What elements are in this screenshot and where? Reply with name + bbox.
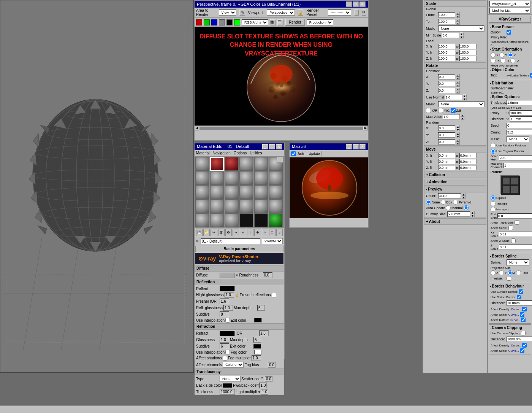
- material-name-input[interactable]: [201, 238, 260, 244]
- mat-slot-14[interactable]: [210, 185, 224, 199]
- channel-select[interactable]: RGB Alpha: [242, 19, 268, 25]
- mat-slot-8[interactable]: [210, 171, 224, 185]
- pc-down[interactable]: ▼: [462, 196, 466, 199]
- proxy-v-input[interactable]: [510, 116, 532, 122]
- mat-slot-28[interactable]: [239, 213, 253, 227]
- mat-slot-19[interactable]: [195, 199, 209, 213]
- scatter-input[interactable]: [265, 376, 272, 382]
- orient-z-radio[interactable]: [508, 52, 513, 57]
- orient-x-radio[interactable]: [491, 52, 496, 57]
- me-tool-2[interactable]: 📁: [203, 229, 210, 236]
- orient-neg-y-radio[interactable]: [500, 58, 505, 63]
- seed-input[interactable]: [507, 123, 532, 128]
- un-up[interactable]: ▲: [463, 94, 467, 97]
- xr-check[interactable]: [426, 108, 431, 113]
- affect-density-check[interactable]: [522, 307, 527, 311]
- ry-up[interactable]: ▲: [456, 81, 460, 84]
- mat-slot-16[interactable]: [239, 185, 253, 199]
- to-up[interactable]: ▲: [456, 19, 460, 22]
- count-input[interactable]: [507, 130, 532, 135]
- ry-down[interactable]: ▼: [456, 84, 460, 87]
- use-spline-border-check[interactable]: [517, 295, 521, 299]
- thickness-field-input[interactable]: [507, 100, 532, 105]
- rnx-up[interactable]: ▲: [456, 125, 460, 128]
- about-title[interactable]: +About: [424, 219, 486, 225]
- map-minimize-btn[interactable]: _: [346, 144, 352, 149]
- roughness-input[interactable]: [263, 272, 272, 278]
- mat-slot-24[interactable]: [269, 199, 283, 213]
- hlight-lock[interactable]: 🔒: [235, 293, 239, 297]
- render-btn[interactable]: Render: [285, 19, 305, 26]
- dummy-size-input[interactable]: [447, 211, 470, 217]
- preview-count-input[interactable]: [438, 193, 461, 199]
- orient-y-radio[interactable]: [499, 52, 504, 57]
- me-tool-5[interactable]: ⚙: [225, 229, 232, 236]
- reflect-color[interactable]: [220, 286, 235, 291]
- vrscatter-name-select[interactable]: vRayScatter_01: [489, 1, 530, 7]
- affect-rotate-curve[interactable]: Curve...: [510, 318, 520, 322]
- from-down[interactable]: ▼: [456, 15, 460, 18]
- mat-slot-10[interactable]: [239, 171, 253, 185]
- ds-up[interactable]: ▲: [471, 211, 475, 214]
- cam-affect-density-curve[interactable]: Curve...: [511, 344, 521, 347]
- mat-slot-13[interactable]: [195, 185, 209, 199]
- proj-y-radio[interactable]: [499, 270, 504, 275]
- area-tools[interactable]: ⊞: [239, 10, 245, 16]
- vrscatter-main-btn[interactable]: VRayScatter: [489, 16, 531, 23]
- obj-color-title[interactable]: -Object Color: [490, 68, 530, 72]
- material-type-select[interactable]: VRayMtl: [262, 238, 283, 244]
- affect-channels-select[interactable]: Color only: [223, 362, 244, 368]
- fresnel-ior-input[interactable]: [220, 299, 229, 304]
- use-interp-check[interactable]: [225, 318, 230, 322]
- production-select[interactable]: Production: [307, 19, 333, 25]
- xf-to-input[interactable]: [459, 44, 477, 49]
- mat-slot-15[interactable]: [225, 185, 239, 199]
- rot-z-input[interactable]: [438, 88, 455, 93]
- on-off-check[interactable]: [507, 30, 511, 35]
- base-param-title[interactable]: -Base Param: [490, 25, 530, 29]
- viewport-select[interactable]: Perspective: [267, 10, 295, 16]
- xy-scale-input[interactable]: [499, 232, 532, 237]
- mat-slot-6[interactable]: [269, 157, 283, 171]
- use-regular-radio[interactable]: [491, 149, 496, 154]
- mask-sc-select[interactable]: None: [438, 25, 484, 32]
- map-auto-check[interactable]: [291, 151, 296, 156]
- me-menu-navigation[interactable]: Navigation: [213, 151, 231, 155]
- preview-title[interactable]: -Preview: [424, 186, 486, 192]
- scroll-right[interactable]: ▶: [363, 126, 368, 130]
- mat-slot-3[interactable]: [225, 157, 239, 171]
- camera-clipping-title[interactable]: -Camera Clipping: [490, 326, 530, 330]
- proj-z-radio[interactable]: [508, 270, 513, 275]
- rz-up[interactable]: ▲: [456, 87, 460, 91]
- mat-slot-11[interactable]: [254, 171, 268, 185]
- mat-slot-25[interactable]: [195, 213, 209, 227]
- diffuse-m-btn[interactable]: M: [236, 273, 239, 277]
- spline-select[interactable]: None: [507, 259, 529, 265]
- max-depth2-input[interactable]: [253, 337, 261, 343]
- mat-slot-23[interactable]: [254, 199, 268, 213]
- pattern-triangle-radio[interactable]: [491, 201, 496, 206]
- refl-gloss-input[interactable]: [223, 305, 233, 311]
- use-interp2-check[interactable]: [225, 350, 230, 354]
- pyramid-radio[interactable]: [453, 200, 458, 205]
- zf-to-input[interactable]: [459, 56, 477, 61]
- refract-color[interactable]: [220, 331, 235, 336]
- from-input[interactable]: [438, 12, 455, 17]
- lock-viewport-btn[interactable]: 🔒: [298, 10, 303, 16]
- render-preset-btn[interactable]: [354, 10, 359, 16]
- un-down[interactable]: ▼: [463, 97, 467, 100]
- diffuse-color[interactable]: [220, 273, 235, 278]
- mat-slot-tool[interactable]: [277, 157, 283, 163]
- zf-input[interactable]: [438, 56, 455, 61]
- proxy-u-input[interactable]: [510, 110, 532, 116]
- me-tool-7[interactable]: ←: [240, 229, 246, 236]
- rot-y-input[interactable]: [438, 81, 455, 86]
- box-radio[interactable]: [441, 200, 446, 205]
- ms-up[interactable]: ▲: [460, 32, 464, 35]
- orient-neg-x-radio[interactable]: [491, 58, 496, 63]
- random-x-input[interactable]: [438, 125, 455, 131]
- mv-down[interactable]: ▼: [461, 117, 464, 120]
- affect-rotate-check[interactable]: [521, 318, 526, 322]
- distribution-title[interactable]: -Distribution: [490, 81, 530, 85]
- affect-z-check[interactable]: [511, 238, 516, 243]
